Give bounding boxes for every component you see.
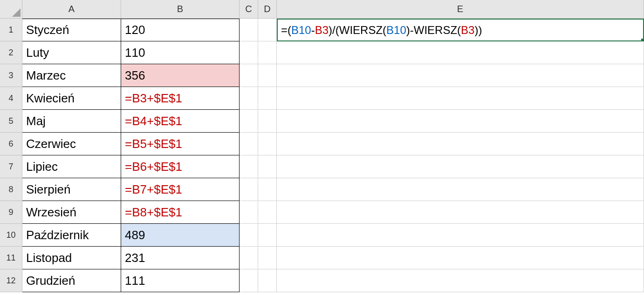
cell-A6[interactable]: Czerwiec xyxy=(22,133,121,155)
column-header-B[interactable]: B xyxy=(121,0,240,19)
formula-seg: =( xyxy=(281,24,291,36)
cell-D1[interactable] xyxy=(258,19,277,41)
cell-B7[interactable]: =B6+$E$1 xyxy=(121,155,240,178)
cell-E1-active[interactable]: =(B10-B3)/(WIERSZ(B10)-WIERSZ(B3)) xyxy=(277,19,644,41)
cell-E4[interactable] xyxy=(277,87,644,110)
column-header-C[interactable]: C xyxy=(240,0,258,19)
cell-E2[interactable] xyxy=(277,41,644,64)
cell-D6[interactable] xyxy=(258,133,277,155)
cell-B4[interactable]: =B3+$E$1 xyxy=(121,87,240,110)
cell-D2[interactable] xyxy=(258,41,277,64)
row-header-11[interactable]: 11 xyxy=(0,247,22,269)
cell-B6[interactable]: =B5+$E$1 xyxy=(121,133,240,155)
cell-A11[interactable]: Listopad xyxy=(22,247,121,269)
formula-seg: B3 xyxy=(315,24,329,36)
formula-seg: - xyxy=(311,24,315,36)
row-header-12[interactable]: 12 xyxy=(0,269,22,292)
cell-B11[interactable]: 231 xyxy=(121,247,240,269)
cell-B5[interactable]: =B4+$E$1 xyxy=(121,110,240,133)
cell-E8[interactable] xyxy=(277,178,644,201)
cell-D3[interactable] xyxy=(258,64,277,87)
cell-A2[interactable]: Luty xyxy=(22,41,121,64)
row-header-2[interactable]: 2 xyxy=(0,41,22,64)
cell-C8[interactable] xyxy=(240,178,258,201)
formula-seg: B3 xyxy=(461,24,474,36)
cell-E3[interactable] xyxy=(277,64,644,87)
cell-C11[interactable] xyxy=(240,247,258,269)
cell-E12[interactable] xyxy=(277,269,644,292)
cell-C12[interactable] xyxy=(240,269,258,292)
cell-A12[interactable]: Grudzień xyxy=(22,269,121,292)
cell-C4[interactable] xyxy=(240,87,258,110)
cell-A9[interactable]: Wrzesień xyxy=(22,201,121,224)
row-header-7[interactable]: 7 xyxy=(0,155,22,178)
cell-B9[interactable]: =B8+$E$1 xyxy=(121,201,240,224)
row-header-9[interactable]: 9 xyxy=(0,201,22,224)
cell-C1[interactable] xyxy=(240,19,258,41)
row-header-10[interactable]: 10 xyxy=(0,224,22,247)
cell-D5[interactable] xyxy=(258,110,277,133)
cell-D9[interactable] xyxy=(258,201,277,224)
cell-A4[interactable]: Kwiecień xyxy=(22,87,121,110)
cell-D10[interactable] xyxy=(258,224,277,247)
cell-A7[interactable]: Lipiec xyxy=(22,155,121,178)
select-all-corner[interactable] xyxy=(0,0,22,19)
cell-A8[interactable]: Sierpień xyxy=(22,178,121,201)
cell-D7[interactable] xyxy=(258,155,277,178)
cell-C5[interactable] xyxy=(240,110,258,133)
cell-D11[interactable] xyxy=(258,247,277,269)
cell-E10[interactable] xyxy=(277,224,644,247)
formula-seg: B10 xyxy=(386,24,406,36)
row-header-1[interactable]: 1 xyxy=(0,19,22,41)
formula-seg: )/(WIERSZ( xyxy=(329,24,386,36)
cell-C6[interactable] xyxy=(240,133,258,155)
cell-C9[interactable] xyxy=(240,201,258,224)
cell-C10[interactable] xyxy=(240,224,258,247)
formula-seg: )) xyxy=(474,24,482,36)
cell-E11[interactable] xyxy=(277,247,644,269)
cell-B8[interactable]: =B7+$E$1 xyxy=(121,178,240,201)
row-header-4[interactable]: 4 xyxy=(0,87,22,110)
cell-E6[interactable] xyxy=(277,133,644,155)
formula-seg: )-WIERSZ( xyxy=(406,24,461,36)
cell-B12[interactable]: 111 xyxy=(121,269,240,292)
cell-B1[interactable]: 120 xyxy=(121,19,240,41)
column-header-D[interactable]: D xyxy=(258,0,277,19)
row-header-3[interactable]: 3 xyxy=(0,64,22,87)
column-header-A[interactable]: A xyxy=(22,0,121,19)
cell-B3[interactable]: 356 xyxy=(121,64,240,87)
cell-C7[interactable] xyxy=(240,155,258,178)
formula-content: =(B10-B3)/(WIERSZ(B10)-WIERSZ(B3)) xyxy=(281,24,482,37)
row-header-5[interactable]: 5 xyxy=(0,110,22,133)
cell-D8[interactable] xyxy=(258,178,277,201)
row-header-8[interactable]: 8 xyxy=(0,178,22,201)
cell-E7[interactable] xyxy=(277,155,644,178)
cell-D12[interactable] xyxy=(258,269,277,292)
cell-A5[interactable]: Maj xyxy=(22,110,121,133)
cell-D4[interactable] xyxy=(258,87,277,110)
row-header-6[interactable]: 6 xyxy=(0,133,22,155)
cell-A3[interactable]: Marzec xyxy=(22,64,121,87)
cell-C2[interactable] xyxy=(240,41,258,64)
formula-seg: B10 xyxy=(291,24,311,36)
cell-A10[interactable]: Październik xyxy=(22,224,121,247)
cell-A1[interactable]: Styczeń xyxy=(22,19,121,41)
cell-B10[interactable]: 489 xyxy=(121,224,240,247)
cell-B2[interactable]: 110 xyxy=(121,41,240,64)
cell-C3[interactable] xyxy=(240,64,258,87)
cell-E9[interactable] xyxy=(277,201,644,224)
column-header-E[interactable]: E xyxy=(277,0,644,19)
cell-E5[interactable] xyxy=(277,110,644,133)
